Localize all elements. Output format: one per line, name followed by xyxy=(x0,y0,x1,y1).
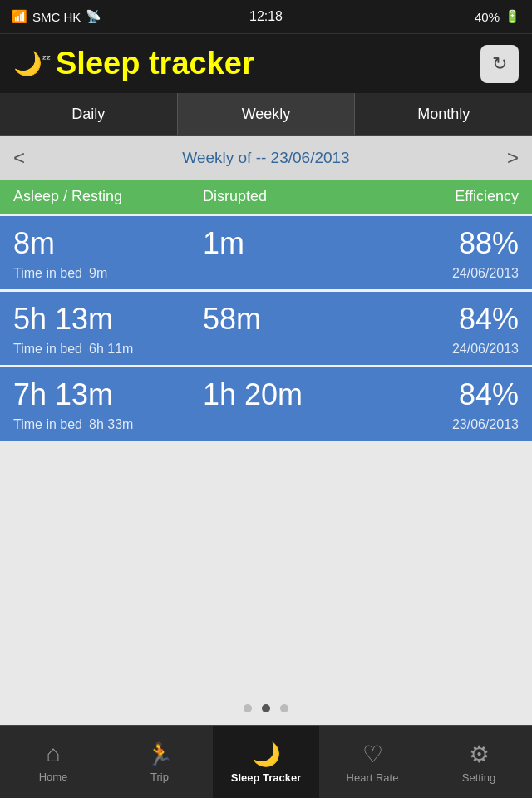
entry-3-efficiency: 84% xyxy=(361,377,519,412)
status-bar: 📶 SMC HK 📡 12:18 40% 🔋 xyxy=(0,0,532,33)
asleep-header: Asleep / Resting xyxy=(13,188,203,205)
entry-1-date: 24/06/2013 xyxy=(266,266,519,281)
nav-trip[interactable]: 🏃 Trip xyxy=(106,726,213,798)
period-tabs: Daily Weekly Monthly xyxy=(0,93,532,136)
nav-home-label: Home xyxy=(39,771,68,783)
trip-icon: 🏃 xyxy=(146,741,173,767)
page-dot-3 xyxy=(280,704,288,712)
entry-2-efficiency: 84% xyxy=(361,302,519,337)
wifi-icon: 📡 xyxy=(86,9,101,24)
sleep-column-headers: Asleep / Resting Disrupted Efficiency xyxy=(0,180,532,214)
status-right: 40% 🔋 xyxy=(475,9,520,24)
page-dot-1 xyxy=(244,704,252,712)
week-title: Weekly of -- 23/06/2013 xyxy=(182,149,349,167)
entry-3-timeinbed-label: Time in bed xyxy=(13,417,82,432)
entry-2-timeinbed-value: 6h 11m xyxy=(89,342,133,357)
status-left: 📶 SMC HK 📡 xyxy=(12,9,101,24)
entry-1-asleep: 8m xyxy=(13,226,203,261)
empty-content-area xyxy=(0,441,532,692)
entry-2-date: 24/06/2013 xyxy=(266,342,519,357)
battery-icon: 🔋 xyxy=(505,9,520,24)
moon-icon: 🌙ᶻᶻ xyxy=(13,50,51,77)
tab-daily[interactable]: Daily xyxy=(0,93,178,135)
entry-2-asleep: 5h 13m xyxy=(13,302,203,337)
nav-trip-label: Trip xyxy=(150,771,169,783)
heart-rate-icon: ♡ xyxy=(362,741,383,768)
efficiency-header: Efficiency xyxy=(361,188,519,205)
entry-3-disrupted: 1h 20m xyxy=(203,377,361,412)
page-dot-2 xyxy=(262,704,270,712)
bottom-navigation: ⌂ Home 🏃 Trip 🌙 Sleep Tracker ♡ Heart Ra… xyxy=(0,725,532,798)
next-week-button[interactable]: > xyxy=(507,146,519,170)
home-icon: ⌂ xyxy=(47,741,61,767)
sleep-tracker-icon: 🌙 xyxy=(252,741,281,768)
signal-icon: 📶 xyxy=(12,9,27,24)
battery-text: 40% xyxy=(475,10,500,24)
sleep-entry-1: 8m 1m 88% Time in bed 9m 24/06/2013 xyxy=(0,216,532,289)
nav-setting-label: Setting xyxy=(462,771,495,784)
entry-2-timeinbed-label: Time in bed xyxy=(13,342,82,357)
entry-3-date: 23/06/2013 xyxy=(266,417,519,432)
sleep-entry-3: 7h 13m 1h 20m 84% Time in bed 8h 33m 23/… xyxy=(0,367,532,441)
tab-weekly[interactable]: Weekly xyxy=(178,93,356,135)
entry-1-timeinbed-label: Time in bed xyxy=(13,266,82,281)
entry-3-asleep: 7h 13m xyxy=(13,377,203,412)
status-time: 12:18 xyxy=(249,9,283,24)
nav-heart-label: Heart Rate xyxy=(347,771,399,784)
entry-2-disrupted: 58m xyxy=(203,302,361,337)
setting-icon: ⚙ xyxy=(469,741,490,768)
sleep-entry-2: 5h 13m 58m 84% Time in bed 6h 11m 24/06/… xyxy=(0,292,532,365)
nav-setting[interactable]: ⚙ Setting xyxy=(426,726,532,798)
app-header: 🌙ᶻᶻ Sleep tracker ↻ xyxy=(0,33,532,93)
tab-monthly[interactable]: Monthly xyxy=(355,93,532,135)
app-title: Sleep tracker xyxy=(56,46,254,81)
entry-1-timeinbed-value: 9m xyxy=(89,266,107,281)
prev-week-button[interactable]: < xyxy=(13,146,25,170)
week-navigation: < Weekly of -- 23/06/2013 > xyxy=(0,136,532,180)
entry-1-disrupted: 1m xyxy=(203,226,361,261)
refresh-button[interactable]: ↻ xyxy=(480,45,519,83)
nav-home[interactable]: ⌂ Home xyxy=(0,726,106,798)
nav-sleep-label: Sleep Tracker xyxy=(231,771,302,784)
disrupted-header: Disrupted xyxy=(203,188,361,205)
nav-heart-rate[interactable]: ♡ Heart Rate xyxy=(319,726,426,798)
carrier-name: SMC HK xyxy=(32,10,81,24)
nav-sleep-tracker[interactable]: 🌙 Sleep Tracker xyxy=(213,726,319,798)
entry-3-timeinbed-value: 8h 33m xyxy=(89,417,133,432)
entry-1-efficiency: 88% xyxy=(361,226,519,261)
page-indicator xyxy=(0,692,532,725)
